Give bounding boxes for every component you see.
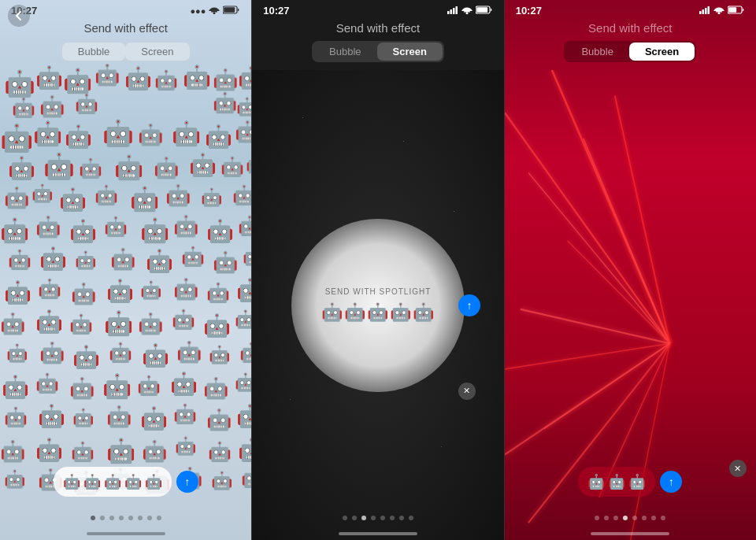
svg-line-23: [505, 343, 670, 454]
panel-spotlight: 10:27: [251, 0, 504, 540]
send-button-2[interactable]: ↑: [458, 294, 480, 316]
effect-header-3: Send with effect: [505, 18, 756, 41]
status-time-2: 10:27: [263, 5, 289, 17]
battery-icon-3: [728, 6, 745, 16]
spotlight-circle: SEND WITH SPOTLIGHT 🤖 🤖 🤖 🤖 🤖 ↑ ✕: [291, 219, 465, 392]
svg-rect-7: [476, 7, 487, 13]
status-icons-2: [447, 6, 493, 16]
robot-emoji-1: 🤖: [321, 302, 343, 323]
seg-screen-2[interactable]: Screen: [377, 43, 443, 61]
status-time-3: 10:27: [516, 5, 542, 17]
effect-header-1: Send with effect: [0, 18, 251, 41]
dot-p2-3: [361, 516, 366, 520]
battery-icon-2: [476, 6, 493, 16]
svg-rect-9: [702, 9, 704, 14]
effect-header-2: Send with effect: [252, 18, 503, 41]
segmented-control-3: Bubble Screen: [564, 41, 696, 62]
home-indicator-3: [591, 532, 669, 535]
dot-p2-1: [343, 516, 347, 520]
dot-p3-4: [623, 516, 628, 520]
robot-emoji-2: 🤖: [344, 302, 365, 323]
status-icons-1: ●●●: [190, 6, 240, 16]
message-bubble-row-3: 🤖 🤖 🤖 ↑: [505, 467, 756, 497]
dot-p2-5: [380, 516, 385, 520]
dot-3: [109, 516, 114, 520]
dot-p3-6: [642, 516, 647, 520]
send-button-3[interactable]: ↑: [660, 471, 682, 493]
dot-p3-8: [661, 516, 665, 520]
seg-screen-3[interactable]: Screen: [629, 43, 695, 61]
dot-p3-2: [604, 516, 609, 520]
robot-emoji-3: 🤖: [367, 302, 388, 323]
dot-4: [119, 516, 124, 520]
dot-p3-7: [651, 516, 656, 520]
dot-8: [157, 516, 161, 520]
svg-rect-13: [728, 7, 736, 13]
dot-p3-3: [613, 516, 618, 520]
message-bubble-row-1: 🤖 🤖 🤖 🤖 🤖 ↑: [0, 467, 251, 497]
svg-line-21: [505, 343, 670, 369]
spotlight-container: SEND WITH SPOTLIGHT 🤖 🤖 🤖 🤖 🤖 ↑ ✕: [252, 70, 503, 540]
send-button-1[interactable]: ↑: [176, 471, 198, 493]
svg-rect-3: [450, 9, 452, 14]
dot-p2-7: [399, 516, 404, 520]
wifi-icon-3: [713, 6, 724, 16]
dot-p3-5: [632, 516, 637, 520]
segmented-control-2: Bubble Screen: [312, 41, 444, 62]
close-button-2[interactable]: ✕: [458, 383, 476, 400]
message-bubble-1: 🤖 🤖 🤖 🤖 🤖: [54, 467, 172, 497]
svg-line-26: [630, 343, 669, 540]
segmented-control-1: Bubble Screen: [61, 41, 191, 62]
dot-p2-8: [409, 516, 413, 520]
robot-swarm: 🤖 🤖 🤖 🤖 🤖 🤖 🤖 🤖 🤖 🤖 🤖 🤖 🤖 🤖 🤖 🤖 🤖 🤖 🤖 🤖 …: [0, 0, 251, 540]
dot-5: [128, 516, 133, 520]
status-icons-3: [699, 6, 745, 16]
home-indicator-1: [87, 532, 165, 535]
svg-line-15: [528, 172, 670, 343]
robot-emoji-4: 🤖: [390, 302, 411, 323]
back-button[interactable]: [8, 5, 30, 27]
page-dots-3: [505, 516, 756, 520]
spotlight-robots: 🤖 🤖 🤖 🤖 🤖: [321, 302, 434, 323]
svg-rect-11: [707, 6, 710, 14]
seg-bubble-1[interactable]: Bubble: [62, 43, 125, 61]
dot-2: [100, 516, 105, 520]
page-dots-1: [0, 516, 251, 520]
dot-p2-4: [371, 516, 376, 520]
signal-icon-1: ●●●: [190, 6, 206, 16]
svg-rect-2: [447, 11, 450, 14]
svg-rect-1: [224, 7, 235, 13]
dot-7: [147, 516, 152, 520]
dot-1: [91, 516, 95, 520]
dot-p2-2: [352, 516, 357, 520]
battery-icon-1: [223, 6, 240, 16]
status-bar-3: 10:27: [505, 0, 756, 18]
seg-bubble-3[interactable]: Bubble: [565, 43, 628, 61]
status-bar-2: 10:27: [252, 0, 503, 18]
laser-container: 🤖 🤖 🤖 ↑ ✕: [505, 70, 756, 540]
svg-rect-8: [699, 11, 702, 14]
page-dots-2: [252, 516, 503, 520]
signal-icon-2: [447, 6, 458, 16]
dot-p3-1: [595, 516, 599, 520]
signal-icon-3: [699, 6, 710, 16]
svg-rect-4: [453, 8, 455, 14]
panel-lasers: 10:27: [505, 0, 756, 540]
svg-rect-5: [455, 6, 458, 14]
dot-6: [138, 516, 143, 520]
message-bubble-3: 🤖 🤖 🤖: [578, 467, 655, 497]
svg-line-19: [567, 241, 669, 343]
seg-screen-1[interactable]: Screen: [125, 43, 189, 61]
svg-rect-10: [705, 8, 707, 14]
panel-bubble: 10:27 ●●● Send with effect Bubble Screen: [0, 0, 251, 540]
status-bar-1: 10:27 ●●●: [0, 0, 251, 18]
dot-p2-6: [390, 516, 395, 520]
seg-bubble-2[interactable]: Bubble: [313, 43, 376, 61]
wifi-icon-1: [209, 6, 220, 16]
spotlight-label: SEND WITH SPOTLIGHT: [325, 287, 432, 296]
svg-line-20: [521, 309, 670, 343]
close-button-3[interactable]: ✕: [729, 460, 747, 477]
wifi-icon-2: [461, 6, 472, 16]
robot-emoji-5: 🤖: [413, 302, 434, 323]
home-indicator-2: [339, 532, 417, 535]
